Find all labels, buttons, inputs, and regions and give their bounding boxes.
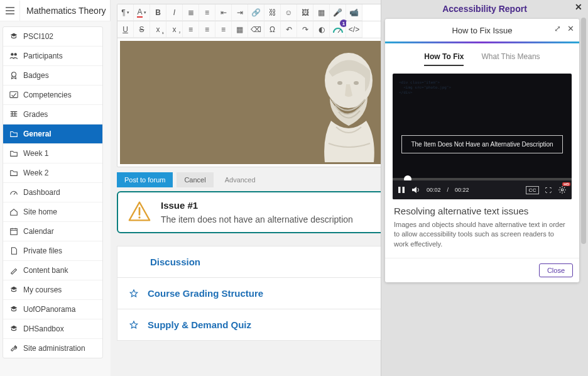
post-to-forum-button[interactable]: Post to forum <box>117 172 173 187</box>
paragraph-button[interactable]: ¶▾ <box>117 4 134 21</box>
sidebar-item-calendar[interactable]: Calendar <box>3 222 102 241</box>
activity-label: Supply & Demand Quiz <box>148 319 251 330</box>
app-header: Mathematics Theory <box>0 0 111 21</box>
insert-char-button[interactable]: Ω <box>264 21 281 38</box>
pause-button[interactable] <box>398 186 405 194</box>
panel-scrollbar[interactable] <box>580 18 587 372</box>
accessibility-checker-button[interactable]: ◐ <box>313 21 330 38</box>
clear-format-button[interactable]: ⌫ <box>248 21 264 38</box>
folder-icon <box>9 130 18 138</box>
video-settings-button[interactable]: HD <box>558 185 567 194</box>
sidebar-item-label: DHSandbox <box>23 324 64 333</box>
strikethrough-button[interactable]: S <box>134 21 150 38</box>
help-video-player[interactable]: <div class="item"> <img src="photo.jpg">… <box>393 74 572 199</box>
report-header: Accessibility Report ✕ <box>381 0 588 18</box>
panel-close-icon[interactable]: ✕ <box>567 24 574 33</box>
badge-icon <box>9 71 18 80</box>
indent-decrease-button[interactable]: ⇤ <box>215 4 232 21</box>
accessibility-gauge-button[interactable]: 1 <box>330 21 346 38</box>
panel-header: How to Fix Issue ⤢ ✕ <box>385 19 579 41</box>
video-controls: 00:02 / 00:22 CC ⛶ HD <box>393 180 572 199</box>
sidebar-item-general[interactable]: General <box>3 124 102 144</box>
gauge-icon <box>9 188 18 197</box>
hd-badge: HD <box>562 182 570 186</box>
accessibility-report-panel: Accessibility Report ✕ How to Fix Issue … <box>381 0 588 376</box>
volume-button[interactable] <box>411 186 420 194</box>
sidebar-item-uofopanorama[interactable]: UofOPanorama <box>3 300 102 319</box>
expand-icon[interactable]: ⤢ <box>554 24 561 33</box>
svg-point-13 <box>561 189 564 191</box>
file-icon <box>9 246 18 255</box>
home-icon <box>9 207 18 216</box>
report-title: Accessibility Report <box>442 4 527 14</box>
sidebar-item-label: General <box>23 130 52 138</box>
fullscreen-button[interactable]: ⛶ <box>545 187 552 194</box>
sidebar-item-week-1[interactable]: Week 1 <box>3 144 102 163</box>
sidebar-item-my-courses[interactable]: My courses <box>3 280 102 300</box>
course-title: Mathematics Theory <box>20 6 106 16</box>
superscript-button[interactable]: x² <box>166 21 183 38</box>
sidebar-item-badges[interactable]: Badges <box>3 66 102 86</box>
scrollbar-thumb[interactable] <box>581 18 586 244</box>
sidebar-item-dashboard[interactable]: Dashboard <box>3 183 102 202</box>
svg-rect-11 <box>398 187 401 193</box>
sidebar-item-label: Private files <box>23 246 62 255</box>
help-tabs: How To Fix What This Means <box>385 43 579 71</box>
sidebar-item-label: Content bank <box>23 266 68 275</box>
tab-how-to-fix[interactable]: How To Fix <box>424 52 464 66</box>
warning-icon <box>128 200 151 223</box>
media-button[interactable]: ▦ <box>313 4 330 21</box>
emoji-button[interactable]: ☺ <box>281 4 297 21</box>
italic-button[interactable]: I <box>166 4 183 21</box>
html-source-button[interactable]: </> <box>346 21 362 38</box>
hamburger-icon <box>6 7 14 14</box>
svg-point-0 <box>11 53 13 55</box>
folder-icon <box>9 149 18 158</box>
menu-toggle-button[interactable] <box>0 1 20 21</box>
sidebar-item-psci102[interactable]: PSCI102 <box>3 27 102 47</box>
subscript-button[interactable]: x₂ <box>150 21 166 38</box>
graduation-icon <box>9 305 18 314</box>
close-button[interactable]: Close <box>539 263 573 277</box>
sidebar-item-participants[interactable]: Participants <box>3 47 102 66</box>
sidebar-item-content-bank[interactable]: Content bank <box>3 261 102 280</box>
video-time-total: 00:22 <box>455 187 469 193</box>
bulleted-list-button[interactable]: ≣ <box>183 4 199 21</box>
help-body: Images and objects should have alternati… <box>394 220 570 249</box>
issue-title: Issue #1 <box>161 200 353 211</box>
sidebar-item-competencies[interactable]: Competencies <box>3 86 102 105</box>
video-time-current: 00:02 <box>427 187 441 193</box>
redo-button[interactable]: ↷ <box>297 21 313 38</box>
table-button[interactable]: ▦ <box>232 21 248 38</box>
sidebar-item-private-files[interactable]: Private files <box>3 241 102 261</box>
captions-button[interactable]: CC <box>526 186 539 194</box>
numbered-list-button[interactable]: ≡ <box>199 4 215 21</box>
cancel-button[interactable]: Cancel <box>177 172 213 187</box>
advanced-link[interactable]: Advanced <box>217 172 263 187</box>
svg-point-10 <box>138 216 140 218</box>
font-color-button[interactable]: A▾ <box>134 4 150 21</box>
sidebar-item-label: Week 1 <box>23 149 48 158</box>
sidebar-item-site-administration[interactable]: Site administration <box>3 339 102 358</box>
image-button[interactable]: 🖼 <box>297 4 313 21</box>
report-close-button[interactable]: ✕ <box>573 1 584 13</box>
svg-point-8 <box>354 81 359 85</box>
grid-icon <box>9 110 18 119</box>
align-right-button[interactable]: ≡ <box>215 21 232 38</box>
indent-increase-button[interactable]: ⇥ <box>232 4 248 21</box>
sidebar-item-label: Site administration <box>23 344 85 353</box>
sidebar-item-dhsandbox[interactable]: DHSandbox <box>3 319 102 339</box>
bold-button[interactable]: B <box>150 4 166 21</box>
sidebar-item-site-home[interactable]: Site home <box>3 202 102 222</box>
sidebar-item-grades[interactable]: Grades <box>3 105 102 124</box>
align-left-button[interactable]: ≡ <box>183 21 199 38</box>
align-center-button[interactable]: ≡ <box>199 21 215 38</box>
microphone-button[interactable]: 🎤 <box>330 4 346 21</box>
unlink-button[interactable]: ⛓ <box>264 4 281 21</box>
sidebar-item-week-2[interactable]: Week 2 <box>3 163 102 183</box>
underline-button[interactable]: U <box>117 21 134 38</box>
link-button[interactable]: 🔗 <box>248 4 264 21</box>
undo-button[interactable]: ↶ <box>281 21 297 38</box>
tab-what-this-means[interactable]: What This Means <box>481 52 540 66</box>
video-camera-button[interactable]: 📹 <box>346 4 362 21</box>
